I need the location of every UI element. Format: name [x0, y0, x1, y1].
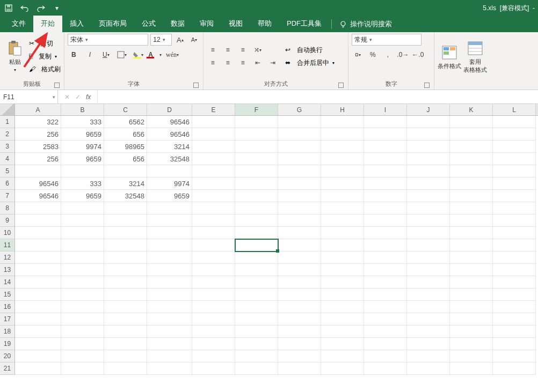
cell[interactable] [235, 116, 278, 128]
row-header[interactable]: 1 [0, 116, 15, 128]
row-header[interactable]: 5 [0, 165, 15, 177]
cell[interactable] [407, 350, 450, 363]
cell[interactable]: 3214 [147, 140, 192, 153]
paste-button[interactable]: 粘贴▾ [3, 35, 27, 77]
cell[interactable] [321, 165, 364, 177]
qat-more-icon[interactable]: ▾ [52, 3, 62, 13]
cell[interactable] [192, 165, 235, 177]
copy-button[interactable]: ⎘ 复制▾ [29, 50, 61, 62]
cell[interactable] [321, 326, 364, 338]
cell[interactable] [450, 140, 493, 153]
cell[interactable] [321, 289, 364, 301]
cell[interactable] [321, 252, 364, 264]
cell[interactable] [235, 128, 278, 140]
row-header[interactable]: 21 [0, 363, 15, 375]
cell[interactable] [235, 190, 278, 202]
cell[interactable] [407, 128, 450, 140]
cell[interactable] [450, 289, 493, 301]
cell[interactable] [192, 363, 235, 375]
cell[interactable] [450, 252, 493, 264]
cell[interactable]: 6562 [104, 116, 147, 128]
cell[interactable] [450, 313, 493, 326]
cell[interactable] [493, 289, 536, 301]
cell[interactable] [321, 177, 364, 190]
cell[interactable] [278, 215, 321, 227]
tab-pdf[interactable]: PDF工具集 [279, 16, 329, 32]
cell[interactable] [15, 276, 61, 289]
cell[interactable] [147, 202, 192, 215]
cell[interactable] [493, 140, 536, 153]
cell[interactable]: 256 [15, 128, 61, 140]
cell[interactable] [147, 350, 192, 363]
cell[interactable]: 32548 [147, 153, 192, 165]
cell[interactable] [235, 301, 278, 313]
cell[interactable] [192, 190, 235, 202]
cell[interactable] [450, 350, 493, 363]
cell[interactable] [15, 289, 61, 301]
cell[interactable] [192, 301, 235, 313]
cell[interactable] [364, 190, 407, 202]
cell[interactable] [364, 363, 407, 375]
cell[interactable] [104, 252, 147, 264]
column-header-I[interactable]: I [364, 104, 407, 115]
cell[interactable] [493, 202, 536, 215]
cell[interactable] [278, 289, 321, 301]
column-header-E[interactable]: E [192, 104, 235, 115]
cell[interactable] [235, 215, 278, 227]
cell[interactable] [15, 264, 61, 276]
cell[interactable] [235, 350, 278, 363]
decrease-decimal-button[interactable]: ←.0 [412, 49, 424, 61]
cell[interactable] [278, 326, 321, 338]
cell[interactable] [364, 227, 407, 239]
cell[interactable] [15, 239, 61, 252]
cell[interactable]: 9659 [61, 190, 104, 202]
cell[interactable] [61, 215, 104, 227]
tab-view[interactable]: 视图 [221, 16, 250, 32]
cell[interactable] [192, 276, 235, 289]
cell[interactable] [235, 338, 278, 350]
cell[interactable] [104, 264, 147, 276]
cell[interactable] [321, 338, 364, 350]
wrap-text-button[interactable]: ↩ 自动换行 [285, 44, 334, 56]
cell[interactable] [235, 239, 278, 252]
cell[interactable] [192, 338, 235, 350]
cell[interactable] [147, 363, 192, 375]
cell[interactable] [321, 350, 364, 363]
cell[interactable] [407, 326, 450, 338]
cell[interactable] [15, 313, 61, 326]
cell[interactable] [364, 301, 407, 313]
cell[interactable] [235, 153, 278, 165]
cell[interactable] [278, 190, 321, 202]
grow-font-button[interactable]: A▴ [174, 34, 186, 46]
row-header[interactable]: 14 [0, 276, 15, 289]
cell[interactable] [407, 140, 450, 153]
cell[interactable] [61, 227, 104, 239]
column-header-J[interactable]: J [407, 104, 450, 115]
cell[interactable] [15, 215, 61, 227]
row-header[interactable]: 19 [0, 338, 15, 350]
cell[interactable] [61, 326, 104, 338]
cell[interactable] [321, 190, 364, 202]
cell[interactable] [104, 276, 147, 289]
italic-button[interactable]: I [84, 49, 96, 61]
row-header[interactable]: 13 [0, 264, 15, 276]
cell[interactable] [450, 276, 493, 289]
cell[interactable] [364, 165, 407, 177]
cell[interactable] [364, 350, 407, 363]
cell[interactable] [407, 252, 450, 264]
cell[interactable]: 96546 [147, 128, 192, 140]
cell[interactable] [364, 289, 407, 301]
column-header-C[interactable]: C [104, 104, 147, 115]
cell[interactable] [61, 264, 104, 276]
cell[interactable] [104, 239, 147, 252]
cell[interactable]: 96546 [147, 116, 192, 128]
tab-home[interactable]: 开始 [33, 16, 62, 32]
cell[interactable] [407, 215, 450, 227]
cell[interactable]: 2583 [15, 140, 61, 153]
cell[interactable] [104, 326, 147, 338]
font-name-combo[interactable]: 宋体▾ [68, 34, 148, 46]
cell[interactable] [147, 326, 192, 338]
cell[interactable] [407, 202, 450, 215]
cell[interactable] [192, 326, 235, 338]
cell[interactable] [407, 239, 450, 252]
